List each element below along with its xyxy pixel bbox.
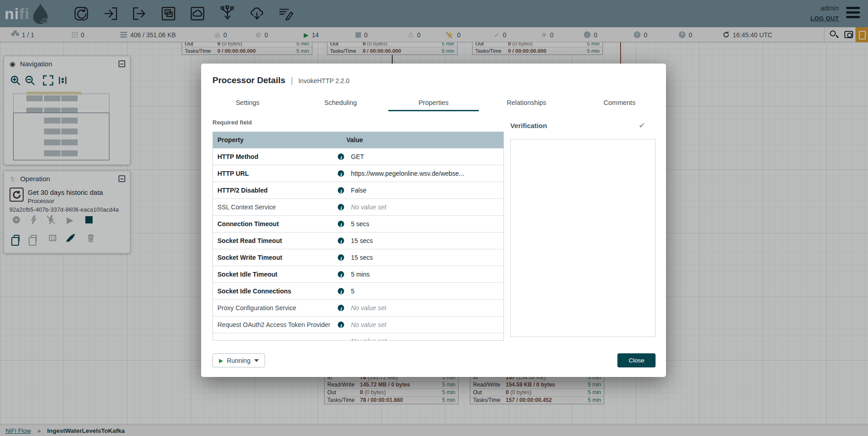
verification-results-box [510, 139, 656, 337]
info-icon[interactable] [338, 288, 344, 294]
verify-check-icon[interactable]: ✔ [639, 121, 645, 130]
info-icon[interactable] [338, 204, 344, 210]
tab-comments[interactable]: Comments [573, 96, 666, 111]
property-row: Request OAuth2 Access Token ProviderNo v… [213, 316, 503, 333]
column-property: Property [213, 136, 346, 144]
required-field-label: Required field [212, 119, 252, 126]
property-row: Socket Idle Timeout5 mins [213, 266, 503, 282]
property-row: Socket Read Timeout15 secs [213, 232, 503, 249]
tab-properties[interactable]: Properties [387, 96, 480, 111]
properties-table-header: Property Value [213, 132, 503, 148]
property-row: Socket Write Timeout15 secs [213, 249, 503, 266]
verification-title: Verification [510, 122, 547, 129]
property-row: HTTP MethodGET [213, 148, 503, 165]
processor-details-dialog: Processor Details | InvokeHTTP 2.2.0 Set… [201, 64, 666, 377]
tab-relationships[interactable]: Relationships [480, 96, 573, 111]
info-icon[interactable] [338, 221, 344, 227]
properties-table: Property Value HTTP MethodGET HTTP URLht… [212, 132, 504, 341]
run-state-button[interactable]: ▶ Running [212, 353, 265, 367]
tab-scheduling[interactable]: Scheduling [294, 96, 387, 111]
property-row: Connection Timeout5 secs [213, 215, 503, 232]
property-row: Socket Idle Connections5 [213, 282, 503, 299]
tab-settings[interactable]: Settings [201, 96, 294, 111]
property-row: HTTP URLhttps://www.pegelonline.wsv.de/w… [213, 165, 503, 182]
column-value: Value [346, 136, 363, 144]
close-button[interactable]: Close [617, 353, 656, 367]
info-icon[interactable] [338, 238, 344, 244]
info-icon[interactable] [338, 271, 344, 277]
info-icon[interactable] [338, 154, 344, 160]
title-separator: | [291, 76, 293, 85]
property-row: SSL Context ServiceNo value set [213, 198, 503, 215]
info-icon[interactable] [338, 254, 344, 261]
dialog-title: Processor Details | InvokeHTTP 2.2.0 [212, 75, 350, 85]
chevron-down-icon [254, 359, 259, 362]
dialog-title-text: Processor Details [212, 75, 286, 85]
property-row-partial: No value set [213, 333, 503, 340]
info-icon[interactable] [338, 322, 344, 328]
info-icon[interactable] [338, 305, 344, 311]
property-row: Proxy Configuration ServiceNo value set [213, 299, 503, 316]
dialog-tabs: Settings Scheduling Properties Relations… [201, 96, 666, 111]
processor-type-version: InvokeHTTP 2.2.0 [298, 77, 350, 84]
property-row: HTTP/2 DisabledFalse [213, 182, 503, 198]
nifi-app: nifi [0, 0, 868, 436]
info-icon[interactable] [338, 187, 344, 193]
run-state-label: Running [227, 357, 251, 364]
running-state-icon: ▶ [219, 357, 223, 364]
info-icon[interactable] [338, 170, 344, 177]
